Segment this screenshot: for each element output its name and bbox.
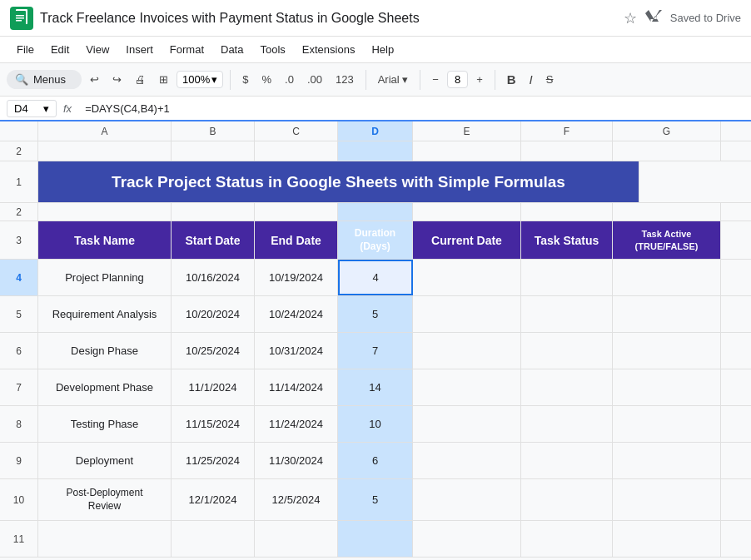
- cell-b9[interactable]: 11/25/2024: [172, 443, 255, 478]
- cell-f11[interactable]: [521, 521, 613, 557]
- col-header-d[interactable]: D: [338, 121, 413, 141]
- cell-a4[interactable]: Project Planning: [38, 260, 172, 295]
- cell-g4[interactable]: [613, 260, 721, 295]
- cell-b11[interactable]: [172, 521, 255, 557]
- format-123-button[interactable]: 123: [331, 70, 359, 89]
- font-selector[interactable]: Arial ▾: [373, 70, 414, 89]
- cell-b5[interactable]: 10/20/2024: [172, 296, 255, 332]
- cell-h8[interactable]: [721, 406, 751, 442]
- cell-e8[interactable]: [413, 406, 521, 442]
- cell-e3[interactable]: [413, 203, 521, 221]
- menu-view[interactable]: View: [79, 40, 116, 59]
- cell-c2[interactable]: [255, 141, 338, 161]
- cell-a3[interactable]: [38, 203, 172, 221]
- cell-f5[interactable]: [521, 296, 613, 332]
- menu-format[interactable]: Format: [163, 40, 211, 59]
- cell-e2[interactable]: [413, 141, 521, 161]
- menu-help[interactable]: Help: [365, 40, 400, 59]
- header-duration[interactable]: Duration(Days): [338, 221, 413, 259]
- cell-f3[interactable]: [521, 203, 613, 221]
- cell-d10[interactable]: 5: [338, 479, 413, 520]
- cell-f10[interactable]: [521, 479, 613, 520]
- col-header-c[interactable]: C: [255, 121, 338, 141]
- cell-g8[interactable]: [613, 406, 721, 442]
- cell-a7[interactable]: Development Phase: [38, 369, 172, 405]
- zoom-selector[interactable]: 100% ▾: [177, 71, 223, 88]
- cell-c7[interactable]: 11/14/2024: [255, 369, 338, 405]
- bold-button[interactable]: B: [502, 69, 521, 90]
- font-size-box[interactable]: 8: [447, 71, 468, 88]
- cell-h9[interactable]: [721, 443, 751, 478]
- menu-file[interactable]: File: [10, 40, 41, 59]
- cell-d4[interactable]: 4: [338, 260, 413, 295]
- cell-b7[interactable]: 11/1/2024: [172, 369, 255, 405]
- cell-a2[interactable]: [38, 141, 172, 161]
- cell-a11[interactable]: [38, 521, 172, 557]
- cell-g6[interactable]: [613, 333, 721, 369]
- formula-content[interactable]: =DAYS(C4,B4)+1: [78, 102, 744, 115]
- cell-b4[interactable]: 10/16/2024: [172, 260, 255, 295]
- cell-d9[interactable]: 6: [338, 443, 413, 478]
- cell-b10[interactable]: 12/1/2024: [172, 479, 255, 520]
- menu-edit[interactable]: Edit: [44, 40, 76, 59]
- cell-d8[interactable]: 10: [338, 406, 413, 442]
- cell-b8[interactable]: 11/15/2024: [172, 406, 255, 442]
- cell-e11[interactable]: [413, 521, 521, 557]
- header-current-date[interactable]: Current Date: [413, 221, 521, 259]
- cell-e10[interactable]: [413, 479, 521, 520]
- cell-f8[interactable]: [521, 406, 613, 442]
- cell-b2[interactable]: [172, 141, 255, 161]
- cell-d5[interactable]: 5: [338, 296, 413, 332]
- font-size-decrease[interactable]: −: [427, 70, 444, 89]
- cell-g7[interactable]: [613, 369, 721, 405]
- menu-extensions[interactable]: Extensions: [296, 40, 362, 59]
- title-cell[interactable]: Track Project Status in Google Sheets wi…: [38, 161, 639, 202]
- print-button[interactable]: 🖨: [130, 70, 151, 89]
- cell-c9[interactable]: 11/30/2024: [255, 443, 338, 478]
- cell-h4[interactable]: [721, 260, 751, 295]
- cell-h10[interactable]: [721, 479, 751, 520]
- cell-h11[interactable]: [721, 521, 751, 557]
- header-start-date[interactable]: Start Date: [172, 221, 255, 259]
- cell-e7[interactable]: [413, 369, 521, 405]
- cell-c10[interactable]: 12/5/2024: [255, 479, 338, 520]
- cell-h6[interactable]: [721, 333, 751, 369]
- cell-d2[interactable]: [338, 141, 413, 161]
- menu-tools[interactable]: Tools: [253, 40, 291, 59]
- col-header-e[interactable]: E: [413, 121, 521, 141]
- cell-c4[interactable]: 10/19/2024: [255, 260, 338, 295]
- cell-c6[interactable]: 10/31/2024: [255, 333, 338, 369]
- header-end-date[interactable]: End Date: [255, 221, 338, 259]
- dec-decrease-button[interactable]: .00: [302, 70, 327, 89]
- col-header-a[interactable]: A: [38, 121, 172, 141]
- header-task-active[interactable]: Task Active(TRUE/FALSE): [613, 221, 721, 259]
- cell-b6[interactable]: 10/25/2024: [172, 333, 255, 369]
- menu-insert[interactable]: Insert: [119, 40, 160, 59]
- percent-button[interactable]: %: [256, 70, 276, 89]
- cell-a9[interactable]: Deployment: [38, 443, 172, 478]
- col-header-g[interactable]: G: [613, 121, 721, 141]
- cell-h3[interactable]: [721, 203, 751, 221]
- cell-g3[interactable]: [613, 203, 721, 221]
- cell-a8[interactable]: Testing Phase: [38, 406, 172, 442]
- cell-h2[interactable]: [721, 141, 751, 161]
- cell-g11[interactable]: [613, 521, 721, 557]
- menu-data[interactable]: Data: [214, 40, 250, 59]
- undo-button[interactable]: ↩: [85, 70, 104, 89]
- cell-h5[interactable]: [721, 296, 751, 332]
- menus-search[interactable]: 🔍 Menus: [7, 70, 82, 89]
- col-header-b[interactable]: B: [172, 121, 255, 141]
- cell-f9[interactable]: [521, 443, 613, 478]
- font-size-increase[interactable]: +: [471, 70, 488, 89]
- cell-e4[interactable]: [413, 260, 521, 295]
- cell-d6[interactable]: 7: [338, 333, 413, 369]
- col-header-f[interactable]: F: [521, 121, 613, 141]
- cell-f6[interactable]: [521, 333, 613, 369]
- redo-button[interactable]: ↪: [107, 70, 127, 89]
- cell-h-header[interactable]: [721, 221, 751, 259]
- cell-h7[interactable]: [721, 369, 751, 405]
- cell-c11[interactable]: [255, 521, 338, 557]
- cell-f2[interactable]: [521, 141, 613, 161]
- cell-f7[interactable]: [521, 369, 613, 405]
- cell-d3[interactable]: [338, 203, 413, 221]
